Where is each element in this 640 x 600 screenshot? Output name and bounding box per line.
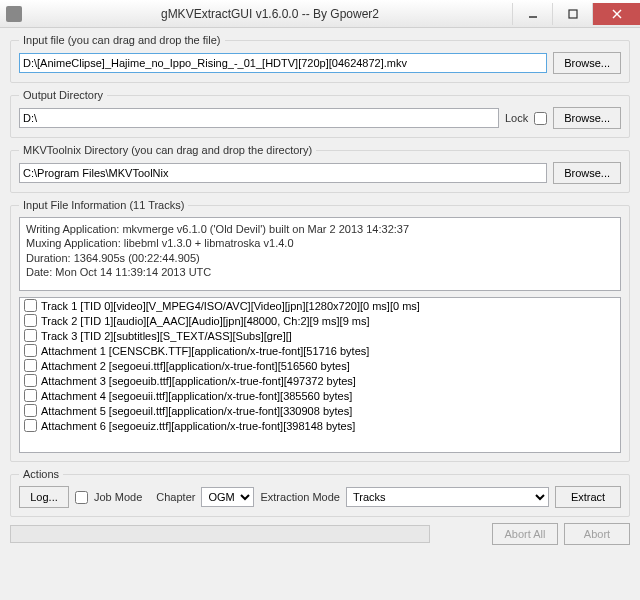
file-info-group: Input File Information (11 Tracks) Writi… — [10, 199, 630, 462]
file-info-legend: Input File Information (11 Tracks) — [19, 199, 188, 211]
lock-label: Lock — [505, 112, 528, 124]
track-checkbox[interactable] — [24, 404, 37, 417]
info-line: Writing Application: mkvmerge v6.1.0 ('O… — [26, 222, 614, 236]
toolnix-dir-field[interactable] — [19, 163, 547, 183]
info-line: Duration: 1364.905s (00:22:44.905) — [26, 251, 614, 265]
chapter-select[interactable]: OGM — [201, 487, 254, 507]
input-file-field[interactable] — [19, 53, 547, 73]
input-file-legend: Input file (you can drag and drop the fi… — [19, 34, 225, 46]
list-item[interactable]: Attachment 2 [segoeui.ttf][application/x… — [20, 358, 620, 373]
output-dir-field[interactable] — [19, 108, 499, 128]
input-file-browse-button[interactable]: Browse... — [553, 52, 621, 74]
maximize-button[interactable] — [552, 3, 592, 25]
output-dir-browse-button[interactable]: Browse... — [553, 107, 621, 129]
list-item[interactable]: Track 3 [TID 2][subtitles][S_TEXT/ASS][S… — [20, 328, 620, 343]
track-list[interactable]: Track 1 [TID 0][video][V_MPEG4/ISO/AVC][… — [19, 297, 621, 453]
actions-group: Actions Log... Job Mode Chapter OGM Extr… — [10, 468, 630, 517]
track-checkbox[interactable] — [24, 419, 37, 432]
track-checkbox[interactable] — [24, 374, 37, 387]
minimize-button[interactable] — [512, 3, 552, 25]
actions-legend: Actions — [19, 468, 63, 480]
file-info-box: Writing Application: mkvmerge v6.1.0 ('O… — [19, 217, 621, 291]
toolnix-dir-browse-button[interactable]: Browse... — [553, 162, 621, 184]
list-item[interactable]: Track 1 [TID 0][video][V_MPEG4/ISO/AVC][… — [20, 298, 620, 313]
lock-checkbox[interactable] — [534, 112, 547, 125]
app-icon — [6, 6, 22, 22]
list-item[interactable]: Attachment 1 [CENSCBK.TTF][application/x… — [20, 343, 620, 358]
extraction-mode-select[interactable]: Tracks — [346, 487, 549, 507]
extraction-mode-label: Extraction Mode — [260, 491, 339, 503]
list-item[interactable]: Attachment 4 [segoeuii.ttf][application/… — [20, 388, 620, 403]
job-mode-checkbox[interactable] — [75, 491, 88, 504]
list-item[interactable]: Track 2 [TID 1][audio][A_AAC][Audio][jpn… — [20, 313, 620, 328]
track-checkbox[interactable] — [24, 314, 37, 327]
abort-all-button[interactable]: Abort All — [492, 523, 558, 545]
abort-button[interactable]: Abort — [564, 523, 630, 545]
list-item[interactable]: Attachment 5 [segoeuil.ttf][application/… — [20, 403, 620, 418]
list-item[interactable]: Attachment 6 [segoeuiz.ttf][application/… — [20, 418, 620, 433]
output-dir-legend: Output Directory — [19, 89, 107, 101]
input-file-group: Input file (you can drag and drop the fi… — [10, 34, 630, 83]
progress-bar — [10, 525, 430, 543]
window-title: gMKVExtractGUI v1.6.0.0 -- By Gpower2 — [28, 7, 512, 21]
titlebar: gMKVExtractGUI v1.6.0.0 -- By Gpower2 — [0, 0, 640, 28]
log-button[interactable]: Log... — [19, 486, 69, 508]
chapter-label: Chapter — [156, 491, 195, 503]
close-button[interactable] — [592, 3, 640, 25]
list-item[interactable]: Attachment 3 [segoeuib.ttf][application/… — [20, 373, 620, 388]
track-checkbox[interactable] — [24, 329, 37, 342]
output-dir-group: Output Directory Lock Browse... — [10, 89, 630, 138]
track-checkbox[interactable] — [24, 299, 37, 312]
track-checkbox[interactable] — [24, 344, 37, 357]
extract-button[interactable]: Extract — [555, 486, 621, 508]
info-line: Date: Mon Oct 14 11:39:14 2013 UTC — [26, 265, 614, 279]
toolnix-dir-group: MKVToolnix Directory (you can drag and d… — [10, 144, 630, 193]
toolnix-dir-legend: MKVToolnix Directory (you can drag and d… — [19, 144, 316, 156]
track-checkbox[interactable] — [24, 389, 37, 402]
info-line: Muxing Application: libebml v1.3.0 + lib… — [26, 236, 614, 250]
track-checkbox[interactable] — [24, 359, 37, 372]
job-mode-label: Job Mode — [94, 491, 142, 503]
svg-rect-1 — [569, 10, 577, 18]
